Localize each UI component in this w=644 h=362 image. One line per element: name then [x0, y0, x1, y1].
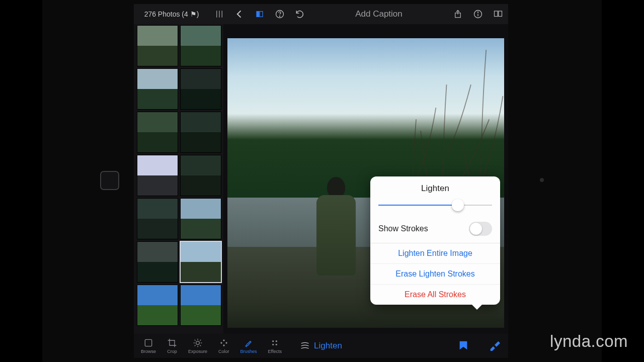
svg-rect-14	[145, 339, 151, 346]
svg-rect-4	[260, 12, 263, 17]
thumbnail[interactable]	[180, 112, 221, 153]
thumbnail[interactable]	[137, 68, 178, 110]
svg-point-6	[279, 16, 280, 17]
info-button[interactable]	[468, 9, 488, 19]
undo-button[interactable]	[290, 9, 310, 19]
grid-lines-icon[interactable]	[209, 10, 229, 19]
tool-brushes[interactable]: Brushes	[240, 338, 257, 354]
tool-effects[interactable]: Effects	[268, 338, 282, 354]
svg-point-29	[276, 340, 277, 342]
thumbnail[interactable]	[137, 285, 178, 326]
sensor-dot	[540, 178, 544, 182]
svg-point-24	[223, 339, 224, 341]
svg-line-20	[195, 340, 196, 341]
svg-point-25	[225, 342, 227, 343]
brush-settings-popover: Lighten Show Strokes Lighten Entire Imag…	[370, 176, 500, 305]
svg-point-31	[276, 344, 277, 345]
compare-button[interactable]	[488, 9, 508, 19]
current-brush-label: Lighten	[314, 341, 342, 351]
thumbnail[interactable]	[180, 241, 221, 283]
thumbnail[interactable]	[137, 112, 178, 153]
thumbnail[interactable]	[180, 25, 221, 66]
thumbnail[interactable]	[137, 198, 178, 239]
photo-canvas[interactable]: Lighten Show Strokes Lighten Entire Imag…	[223, 24, 508, 334]
svg-point-27	[220, 342, 222, 343]
svg-rect-13	[499, 11, 502, 17]
thumbnail[interactable]	[137, 25, 178, 66]
erase-all-strokes-button[interactable]: Erase All Strokes	[370, 285, 500, 305]
popover-title: Lighten	[370, 184, 500, 200]
photo-count-label[interactable]: 276 Photos (4 ⚑)	[134, 10, 209, 18]
erase-lighten-strokes-button[interactable]: Erase Lighten Strokes	[370, 264, 500, 285]
thumbnail[interactable]	[180, 68, 221, 110]
thumbnail[interactable]	[137, 241, 178, 283]
thumbnail-strip[interactable]	[134, 24, 223, 334]
lighten-entire-image-button[interactable]: Lighten Entire Image	[370, 243, 500, 264]
caption-field[interactable]: Add Caption	[310, 9, 448, 19]
thumbnail[interactable]	[180, 155, 221, 196]
editor-body: Lighten Show Strokes Lighten Entire Imag…	[134, 24, 508, 334]
svg-point-28	[272, 340, 274, 342]
thumbnail[interactable]	[180, 285, 221, 326]
svg-point-15	[196, 341, 200, 345]
iphoto-app: 276 Photos (4 ⚑) Add Caption	[134, 4, 508, 358]
brush-settings-button[interactable]	[489, 340, 500, 352]
top-toolbar: 276 Photos (4 ⚑) Add Caption	[134, 4, 508, 24]
tool-browse[interactable]: Browse	[141, 338, 156, 354]
watermark: lynda.com	[550, 332, 628, 351]
svg-point-30	[272, 344, 274, 345]
thumbnail-toggle-icon[interactable]	[250, 10, 270, 18]
svg-point-26	[223, 344, 224, 346]
device-frame: 276 Photos (4 ⚑) Add Caption	[42, 0, 602, 362]
svg-line-22	[195, 345, 196, 346]
bottom-toolbar: BrowseCropExposureColorBrushesEffects Li…	[134, 334, 508, 358]
home-button[interactable]	[100, 171, 119, 190]
share-button[interactable]	[448, 9, 468, 19]
tool-color[interactable]: Color	[218, 338, 229, 354]
svg-line-23	[200, 340, 201, 341]
tool-exposure[interactable]: Exposure	[188, 338, 207, 354]
svg-rect-12	[495, 11, 498, 17]
help-button[interactable]	[270, 9, 290, 19]
tool-crop[interactable]: Crop	[167, 338, 177, 354]
brush-flag-icon[interactable]	[458, 340, 469, 352]
svg-rect-3	[257, 12, 259, 17]
brush-stroke-icon	[300, 341, 310, 351]
show-strokes-label: Show Strokes	[378, 224, 428, 233]
thumbnail[interactable]	[137, 155, 178, 196]
show-strokes-toggle[interactable]	[469, 222, 492, 236]
intensity-slider[interactable]	[378, 200, 492, 211]
back-button[interactable]	[229, 9, 250, 19]
svg-line-21	[200, 345, 201, 346]
thumbnail[interactable]	[180, 198, 221, 239]
current-brush-indicator[interactable]: Lighten	[300, 341, 342, 351]
svg-point-11	[477, 12, 478, 13]
